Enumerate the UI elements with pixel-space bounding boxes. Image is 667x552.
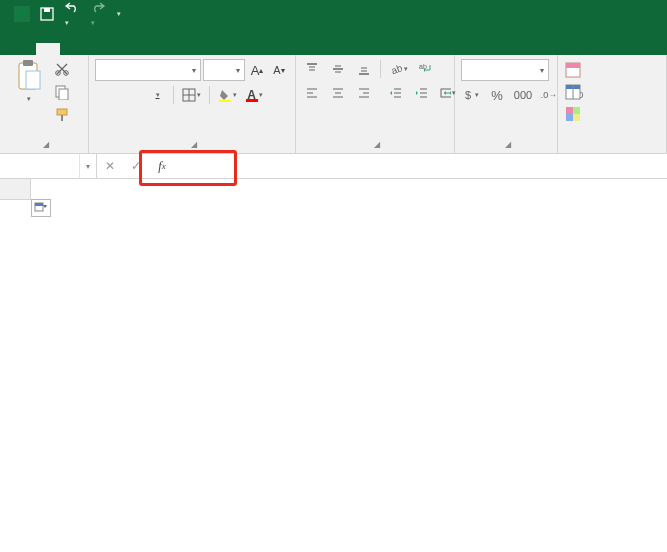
svg-text:$: $ xyxy=(465,89,471,101)
ribbon: ▾ ◢ ▾ ▾ A▴ A▾ ▾ ▾ xyxy=(0,55,667,154)
grid[interactable] xyxy=(31,179,667,552)
excel-icon xyxy=(14,6,30,22)
formula-bar: ▾ ✕ ✓ fx xyxy=(0,154,667,179)
tab-page-layout[interactable] xyxy=(84,43,108,55)
tab-review[interactable] xyxy=(156,43,180,55)
autofill-options-icon[interactable] xyxy=(31,199,51,217)
group-styles xyxy=(558,55,667,153)
svg-rect-2 xyxy=(16,8,28,20)
svg-rect-4 xyxy=(44,8,50,12)
svg-rect-7 xyxy=(26,71,40,89)
align-bottom-icon[interactable] xyxy=(354,59,374,79)
increase-indent-icon[interactable] xyxy=(412,83,432,103)
comma-icon[interactable]: 000 xyxy=(513,85,533,105)
align-right-icon[interactable] xyxy=(354,83,374,103)
enter-formula-icon[interactable]: ✓ xyxy=(123,154,149,178)
selection-box xyxy=(31,199,35,203)
tab-insert[interactable] xyxy=(60,43,84,55)
group-font: ▾ ▾ A▴ A▾ ▾ ▾ ▾ A▾ ◢ xyxy=(89,55,296,153)
font-color-button[interactable]: A▾ xyxy=(245,85,265,105)
dialog-launcher-icon[interactable]: ◢ xyxy=(374,140,380,149)
currency-icon[interactable]: $▾ xyxy=(461,85,481,105)
decrease-font-icon[interactable]: A▾ xyxy=(269,60,289,80)
svg-rect-55 xyxy=(573,114,580,121)
wrap-text-icon[interactable]: ab xyxy=(416,59,436,79)
svg-rect-54 xyxy=(566,114,573,121)
group-number: ▾ $▾ % 000 .0→ ←.0 ◢ xyxy=(455,55,558,153)
qat-customize-icon[interactable]: ▾ xyxy=(117,10,121,18)
svg-rect-53 xyxy=(573,107,580,114)
tab-home[interactable] xyxy=(36,43,60,55)
chevron-down-icon: ▾ xyxy=(27,95,31,103)
title-bar: ▾ ▾ ▾ xyxy=(0,0,667,28)
svg-rect-17 xyxy=(219,100,231,102)
svg-rect-56 xyxy=(35,203,43,211)
borders-button[interactable]: ▾ xyxy=(180,85,203,105)
fill-handle[interactable] xyxy=(31,199,37,205)
select-all-corner[interactable] xyxy=(0,179,31,200)
tab-data[interactable] xyxy=(132,43,156,55)
conditional-formatting-button[interactable] xyxy=(564,59,660,81)
dialog-launcher-icon[interactable]: ◢ xyxy=(505,140,511,149)
bold-button[interactable] xyxy=(95,85,115,105)
svg-text:ab: ab xyxy=(390,62,403,76)
cancel-formula-icon[interactable]: ✕ xyxy=(97,154,123,178)
italic-button[interactable] xyxy=(121,85,141,105)
cell-styles-button[interactable] xyxy=(564,103,660,125)
svg-rect-12 xyxy=(57,109,67,115)
number-format-combo[interactable]: ▾ xyxy=(461,59,549,81)
font-name-combo[interactable]: ▾ xyxy=(95,59,201,81)
increase-decimal-icon[interactable]: .0→ xyxy=(539,85,559,105)
ribbon-tabs xyxy=(0,28,667,55)
svg-rect-52 xyxy=(566,107,573,114)
redo-icon[interactable]: ▾ xyxy=(90,0,106,28)
tab-view[interactable] xyxy=(180,43,204,55)
paste-button[interactable]: ▾ xyxy=(6,59,50,103)
svg-rect-18 xyxy=(246,99,258,102)
group-clipboard: ▾ ◢ xyxy=(0,55,89,153)
font-size-combo[interactable]: ▾ xyxy=(203,59,245,81)
worksheet xyxy=(0,179,667,552)
svg-rect-11 xyxy=(59,89,68,100)
align-top-icon[interactable] xyxy=(302,59,322,79)
underline-button[interactable]: ▾ xyxy=(147,85,167,105)
align-center-icon[interactable] xyxy=(328,83,348,103)
align-middle-icon[interactable] xyxy=(328,59,348,79)
formula-input[interactable] xyxy=(175,154,667,178)
copy-icon[interactable] xyxy=(54,84,70,103)
format-painter-icon[interactable] xyxy=(54,107,70,126)
align-left-icon[interactable] xyxy=(302,83,322,103)
svg-text:ab: ab xyxy=(419,63,427,70)
row-headers-column xyxy=(0,179,31,552)
undo-icon[interactable]: ▾ xyxy=(64,0,80,28)
dialog-launcher-icon[interactable]: ◢ xyxy=(43,140,49,149)
tab-file[interactable] xyxy=(12,43,36,55)
fx-icon[interactable]: fx xyxy=(149,154,175,178)
fill-color-button[interactable]: ▾ xyxy=(216,85,239,105)
save-icon[interactable] xyxy=(40,7,54,21)
increase-font-icon[interactable]: A▴ xyxy=(247,60,267,80)
svg-rect-57 xyxy=(35,203,43,206)
decrease-indent-icon[interactable] xyxy=(386,83,406,103)
name-box[interactable]: ▾ xyxy=(0,154,97,178)
dialog-launcher-icon[interactable]: ◢ xyxy=(191,140,197,149)
svg-rect-13 xyxy=(61,115,63,121)
cut-icon[interactable] xyxy=(54,61,70,80)
quick-access-toolbar: ▾ ▾ ▾ xyxy=(0,0,121,28)
tab-formulas[interactable] xyxy=(108,43,132,55)
orientation-icon[interactable]: ab▾ xyxy=(387,59,410,79)
chevron-down-icon[interactable]: ▾ xyxy=(79,154,96,178)
svg-rect-6 xyxy=(23,60,33,66)
svg-rect-48 xyxy=(566,63,580,68)
percent-icon[interactable]: % xyxy=(487,85,507,105)
format-as-table-button[interactable] xyxy=(564,81,660,103)
group-alignment: ab▾ ab ▾ ◢ xyxy=(296,55,455,153)
